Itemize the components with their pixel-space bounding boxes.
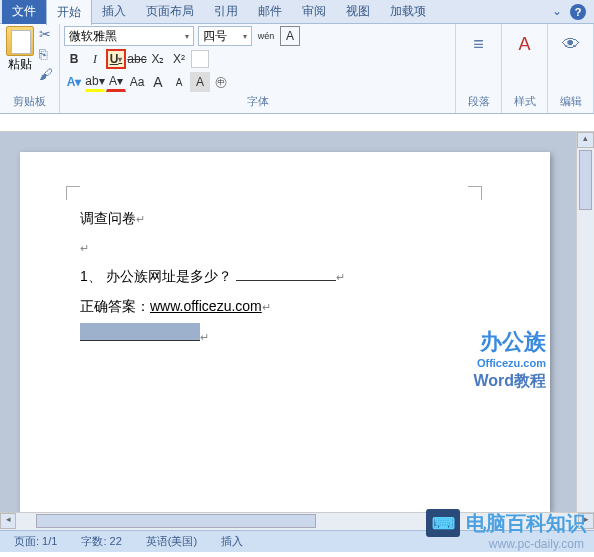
tab-file[interactable]: 文件 [2,0,46,24]
watermark-brand: 办公族 Officezu.com Word教程 [473,327,546,392]
copy-icon[interactable]: ⎘ [39,46,55,62]
watermark-brand-text: 办公族 [473,327,546,357]
font-name-dropdown[interactable]: 微软雅黑 ▾ [64,26,194,46]
status-page[interactable]: 页面: 1/1 [8,532,63,551]
tab-references[interactable]: 引用 [204,0,248,24]
horizontal-ruler[interactable] [0,114,594,132]
clipboard-group-label: 剪贴板 [4,92,55,111]
paste-button[interactable]: 粘贴 [4,26,35,73]
paste-icon [6,26,34,56]
enclose-characters-button[interactable]: ㊥ [211,72,231,92]
status-insert-mode[interactable]: 插入 [215,532,249,551]
scroll-left-button[interactable]: ◂ [0,513,16,529]
document-page[interactable]: 调查问卷↵ ↵ 1、 办公族网址是多少？ ↵ 正确答案：www.officezu… [20,152,550,512]
ribbon-tabs: 文件 开始 插入 页面布局 引用 邮件 审阅 视图 加载项 ⌄ ? [0,0,594,24]
font-size-dropdown[interactable]: 四号 ▾ [198,26,252,46]
minimize-ribbon-icon[interactable]: ⌄ [552,4,562,20]
tab-insert[interactable]: 插入 [92,0,136,24]
styles-icon[interactable]: A [511,30,539,58]
tab-view[interactable]: 视图 [336,0,380,24]
subscript-button[interactable]: X₂ [148,49,168,69]
superscript-button[interactable]: X² [169,49,189,69]
clipboard-group: 粘贴 ✂ ⎘ 🖌 剪贴板 [0,24,60,113]
font-group-label: 字体 [64,92,451,111]
font-name-value: 微软雅黑 [69,28,117,45]
font-color-button[interactable]: A▾ [106,72,126,92]
tab-review[interactable]: 审阅 [292,0,336,24]
ribbon: 粘贴 ✂ ⎘ 🖌 剪贴板 微软雅黑 ▾ 四号 ▾ wén A [0,24,594,114]
highlight-button[interactable]: ab▾ [85,72,105,92]
watermark-site-url: www.pc-daily.com [489,537,584,551]
underline-button[interactable]: U▾ [106,49,126,69]
shrink-font-button[interactable]: A [169,72,189,92]
tab-addins[interactable]: 加载项 [380,0,436,24]
status-words[interactable]: 字数: 22 [75,532,127,551]
site-logo-icon: ⌨ [426,509,460,537]
phonetic-guide-button[interactable]: wén [256,26,276,46]
scroll-thumb[interactable] [579,150,592,210]
doc-title: 调查问卷↵ [80,206,490,231]
watermark-brand-url: Officezu.com [473,357,546,369]
paragraph-group-label: 段落 [460,92,497,111]
watermark-site: ⌨ 电脑百科知识 [426,509,586,537]
editing-group-label: 编辑 [552,92,589,111]
character-border-button[interactable]: A [280,26,300,46]
font-group: 微软雅黑 ▾ 四号 ▾ wén A B I U▾ abc X₂ X² [60,24,456,113]
margin-corner-tr [468,186,482,200]
doc-answer: 正确答案：www.officezu.com↵ [80,294,490,319]
paste-label: 粘贴 [8,56,32,73]
tab-home[interactable]: 开始 [46,0,92,25]
tab-mail[interactable]: 邮件 [248,0,292,24]
character-shading-button[interactable]: A [190,72,210,92]
grow-font-button[interactable]: A [148,72,168,92]
clear-formatting-button[interactable] [190,49,210,69]
doc-empty-line: ↵ [80,235,490,260]
tab-layout[interactable]: 页面布局 [136,0,204,24]
paragraph-icon[interactable]: ≡ [465,30,493,58]
document-scroll[interactable]: 调查问卷↵ ↵ 1、 办公族网址是多少？ ↵ 正确答案：www.officezu… [0,132,576,512]
watermark-tutorial: Word教程 [473,371,546,392]
window-controls: ⌄ ? [552,4,594,20]
hscroll-thumb[interactable] [36,514,316,528]
styles-group: A 样式 [502,24,548,113]
help-icon[interactable]: ? [570,4,586,20]
doc-selection: ↵ [80,323,490,349]
change-case-button[interactable]: Aa [127,72,147,92]
text-effects-button[interactable]: A▾ [64,72,84,92]
format-painter-icon[interactable]: 🖌 [39,66,55,82]
find-icon[interactable]: 👁 [557,30,585,58]
font-size-value: 四号 [203,28,227,45]
doc-question-1: 1、 办公族网址是多少？ ↵ [80,264,490,289]
vertical-scrollbar[interactable]: ▴ [576,132,594,512]
italic-button[interactable]: I [85,49,105,69]
paragraph-group: ≡ 段落 [456,24,502,113]
document-area: 调查问卷↵ ↵ 1、 办公族网址是多少？ ↵ 正确答案：www.officezu… [0,132,594,512]
editing-group: 👁 编辑 [548,24,594,113]
strikethrough-button[interactable]: abc [127,49,147,69]
bold-button[interactable]: B [64,49,84,69]
chevron-down-icon: ▾ [185,32,189,41]
watermark-site-name: 电脑百科知识 [466,510,586,537]
status-language[interactable]: 英语(美国) [140,532,203,551]
cut-icon[interactable]: ✂ [39,26,55,42]
margin-corner-tl [66,186,80,200]
chevron-down-icon: ▾ [243,32,247,41]
scroll-up-button[interactable]: ▴ [577,132,594,148]
styles-group-label: 样式 [506,92,543,111]
